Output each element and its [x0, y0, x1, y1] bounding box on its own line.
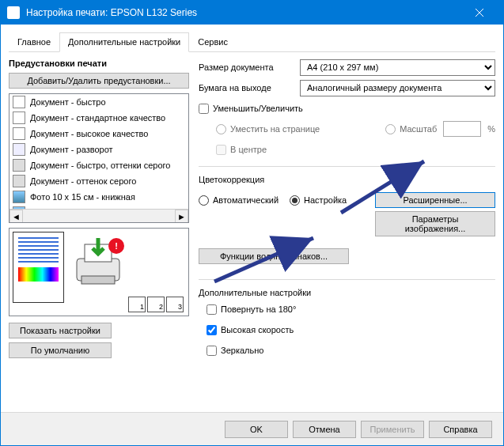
tray-icon: 2	[147, 297, 165, 312]
preset-item: Документ - разворот	[9, 142, 188, 157]
add-remove-presets-button[interactable]: Добавить/Удалить предустановки...	[9, 73, 189, 89]
preset-item: Фото 10 x 15 см - книжная	[9, 189, 188, 205]
warning-icon: !	[108, 238, 124, 254]
cancel-button[interactable]: Отмена	[293, 421, 356, 438]
printer-icon: 🖶	[7, 6, 20, 19]
apply-button[interactable]: Применить	[361, 421, 424, 438]
additional-settings-label: Дополнительные настройки	[199, 288, 495, 297]
rotate-checkbox[interactable]	[207, 304, 217, 315]
resize-checkbox[interactable]	[199, 104, 209, 114]
scroll-right-button[interactable]: ►	[175, 210, 188, 223]
doc-size-select[interactable]: A4 (210 x 297 мм)	[300, 59, 495, 76]
image-options-button[interactable]: Параметры изображения...	[375, 211, 495, 236]
auto-radio[interactable]: Автоматический	[199, 195, 279, 206]
scale-input	[443, 121, 481, 137]
fit-page-radio: Уместить на странице	[216, 124, 320, 134]
preset-item: Документ - оттенок серого	[9, 173, 188, 189]
help-button[interactable]: Справка	[429, 421, 492, 438]
preset-item: Документ - быстро, оттенки серого	[9, 157, 188, 173]
printer-preview: !	[70, 236, 126, 292]
output-paper-select[interactable]: Аналогичный размеру документа	[300, 80, 495, 96]
document-preview	[13, 232, 64, 303]
tab-additional[interactable]: Дополнительные настройки	[59, 32, 189, 52]
scale-radio: Масштаб	[385, 124, 437, 134]
output-paper-label: Бумага на выходе	[199, 83, 294, 93]
color-correction-label: Цветокоррекция	[199, 175, 495, 184]
defaults-button[interactable]: По умолчанию	[9, 342, 112, 358]
ok-button[interactable]: OK	[225, 421, 288, 438]
high-speed-checkbox[interactable]	[207, 325, 217, 335]
center-checkbox	[216, 145, 226, 155]
window-title: Настройка печати: EPSON L132 Series	[26, 7, 461, 18]
mirror-checkbox[interactable]	[207, 346, 217, 356]
show-settings-button[interactable]: Показать настройки	[9, 323, 112, 338]
svg-rect-2	[81, 276, 115, 284]
tab-main[interactable]: Главное	[9, 32, 59, 51]
close-button[interactable]	[461, 1, 497, 25]
tray-icon: 3	[166, 297, 184, 312]
preview-pane: ! 1 2 3	[9, 228, 189, 316]
resize-label: Уменьшить/Увеличить	[213, 104, 303, 113]
custom-radio[interactable]: Настройка	[290, 195, 347, 206]
doc-size-label: Размер документа	[199, 62, 294, 72]
tab-service[interactable]: Сервис	[189, 32, 237, 51]
scroll-left-button[interactable]: ◄	[9, 210, 23, 223]
horizontal-scrollbar[interactable]: ◄ ►	[9, 209, 188, 222]
watermark-button[interactable]: Функции водяных знаков...	[199, 248, 349, 264]
preset-item: Документ - высокое качество	[9, 126, 188, 142]
tray-icon: 1	[128, 297, 146, 312]
preset-item: Документ - быстро	[9, 94, 188, 110]
tab-bar: Главное Дополнительные настройки Сервис	[9, 32, 495, 52]
advanced-button[interactable]: Расширенные...	[375, 192, 495, 208]
preset-list[interactable]: Документ - быстро Документ - стандартное…	[9, 93, 189, 223]
presets-heading: Предустановки печати	[9, 59, 189, 68]
preset-item: Документ - стандартное качество	[9, 110, 188, 126]
